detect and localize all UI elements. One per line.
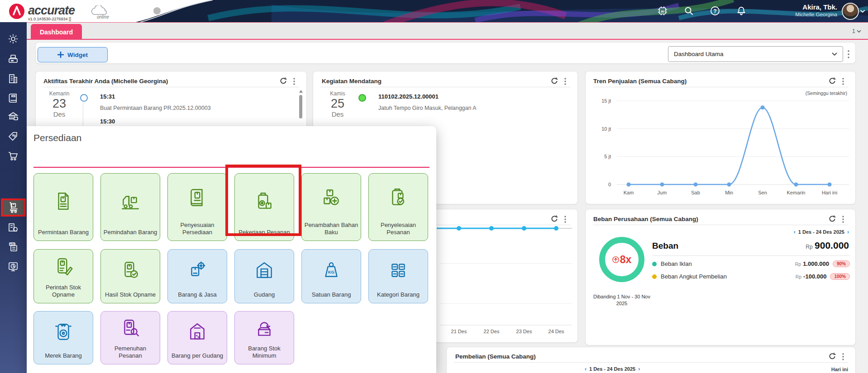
beban-total-value: Rp 900.000 xyxy=(806,240,849,251)
tile-penyelesaian-pesanan[interactable]: Penyelesaian Pesanan xyxy=(368,173,428,241)
ai-assistant-button[interactable]: AI xyxy=(657,5,668,16)
goods-per-warehouse-icon xyxy=(186,321,208,343)
svg-text:Jum: Jum xyxy=(658,190,667,195)
adjustment-book-icon xyxy=(186,187,208,208)
company-user-label[interactable]: Akira, Tbk. Michelle Georgina xyxy=(765,3,837,19)
activity-text[interactable]: Buat Permintaan Barang PR.2025.12.00003 xyxy=(100,105,211,111)
svg-text:15 jt: 15 jt xyxy=(601,98,611,104)
timeline-dot xyxy=(80,94,88,102)
dashboard-select[interactable]: Dashboard Utama xyxy=(668,46,843,62)
legend-badge: 100% xyxy=(830,273,850,280)
kebab-menu-icon[interactable] xyxy=(842,353,844,361)
user-menu-chevron-icon[interactable] xyxy=(860,9,865,14)
tab-dashboard[interactable]: Dashboard xyxy=(31,24,82,40)
tile-barang-stok-minimum[interactable]: Barang Stok Minimum xyxy=(234,311,294,364)
help-icon[interactable]: ? xyxy=(710,5,720,16)
search-icon[interactable] xyxy=(683,5,694,16)
change-multiplier: 8x xyxy=(620,254,632,266)
tab-page-indicator[interactable]: 1 xyxy=(852,28,861,34)
tile-label: Pemenuhan Pesanan xyxy=(101,345,160,359)
tile-barang-per-gudang[interactable]: Barang per Gudang xyxy=(167,311,227,364)
add-widget-button[interactable]: Widget xyxy=(38,47,108,62)
tile-barang-dan-jasa[interactable]: Barang & Jasa xyxy=(167,249,227,303)
tile-label: Barang Stok Minimum xyxy=(235,345,294,359)
beban-donut: 8x xyxy=(599,237,644,282)
sidebar-item-tax[interactable]: TAX xyxy=(7,241,19,253)
svg-text:TAX: TAX xyxy=(10,243,14,246)
sidebar-item-purchases[interactable] xyxy=(7,150,19,162)
application-window: accurate online v1.0.1#3530-2276934 [] A… xyxy=(0,0,868,373)
svg-text:Min: Min xyxy=(725,190,733,195)
minimum-stock-box-icon xyxy=(253,317,275,339)
refresh-icon[interactable] xyxy=(828,215,836,223)
period-selector[interactable]: ‹ 1 Des - 24 Des 2025 › xyxy=(794,229,849,235)
beban-separator xyxy=(652,255,850,256)
complete-order-clipboard-icon xyxy=(387,187,409,208)
tile-label: Pemindahan Barang xyxy=(102,229,159,236)
widget-pembelian: Pembelian (Semua Cabang) ‹ 1 Des - 24 De… xyxy=(446,347,856,373)
scrollbar-thumb[interactable] xyxy=(299,95,302,118)
sidebar-item-settings[interactable] xyxy=(7,33,19,45)
period-next-icon[interactable]: › xyxy=(847,229,849,235)
stocktake-result-icon xyxy=(119,260,141,281)
tile-merek-barang[interactable]: Merek Barang xyxy=(33,311,93,364)
kebab-menu-icon[interactable] xyxy=(564,77,567,85)
upcoming-code[interactable]: 110102.2025.12.00001 xyxy=(378,93,439,100)
period-next-icon[interactable]: › xyxy=(638,366,640,372)
period-prev-icon[interactable]: ‹ xyxy=(585,366,587,372)
tile-penyesuaian-persediaan[interactable]: Penyesuaian Persediaan xyxy=(167,173,227,241)
refresh-icon[interactable] xyxy=(279,77,287,85)
toolbar-kebab-icon[interactable] xyxy=(847,50,850,59)
activity-time: 15:31 xyxy=(100,93,115,100)
sidebar-item-bank[interactable] xyxy=(7,111,19,123)
activity-time-2: 15:30 xyxy=(100,118,115,125)
tile-pemindahan-barang[interactable]: Pemindahan Barang xyxy=(100,173,160,241)
sidebar-item-sales[interactable]: Rp xyxy=(7,131,19,142)
work-order-clipboard-icon xyxy=(253,190,275,212)
kebab-menu-icon[interactable] xyxy=(293,77,296,85)
scrollbar-up-icon[interactable] xyxy=(299,90,303,93)
tile-label: Satuan Barang xyxy=(310,291,353,298)
tab-bar: Dashboard 1 xyxy=(0,22,868,40)
sidebar-item-company[interactable] xyxy=(7,73,19,85)
tile-pekerjaan-pesanan[interactable]: Pekerjaan Pesanan xyxy=(234,173,294,241)
popup-title: Persediaan xyxy=(33,132,81,143)
tile-gudang[interactable]: Gudang xyxy=(234,249,294,303)
svg-text:Kemarin: Kemarin xyxy=(787,190,806,195)
sidebar-item-fixed-assets[interactable] xyxy=(7,222,19,233)
timeline-date: Kamis 25 Des xyxy=(318,90,358,118)
period-label: 1 Des - 24 Des 2025 xyxy=(798,229,844,235)
period-prev-icon[interactable]: ‹ xyxy=(794,229,796,235)
tile-kategori-barang[interactable]: Kategori Barang xyxy=(368,249,428,303)
sidebar-item-cash-register[interactable] xyxy=(7,53,19,65)
period-selector[interactable]: ‹ 1 Des - 24 Des 2025 › xyxy=(585,366,640,372)
tile-label: Merek Barang xyxy=(43,352,84,359)
tile-satuan-barang[interactable]: KG Satuan Barang xyxy=(301,249,361,303)
tile-pemenuhan-pesanan[interactable]: Pemenuhan Pesanan xyxy=(100,311,160,364)
sidebar-item-inventory-active[interactable] xyxy=(1,198,26,217)
sidebar-item-ledger[interactable] xyxy=(7,92,19,104)
tile-label: Pekerjaan Pesanan xyxy=(237,229,291,236)
tile-permintaan-barang[interactable]: Permintaan Barang xyxy=(33,173,93,241)
avatar[interactable] xyxy=(842,3,859,20)
refresh-icon[interactable] xyxy=(550,77,558,85)
kebab-menu-icon[interactable] xyxy=(842,215,844,223)
sidebar-nav: Rp TAX xyxy=(0,22,27,373)
order-fulfillment-search-icon xyxy=(119,317,141,339)
notifications-bell-icon[interactable] xyxy=(736,5,747,16)
tab-list-chevron-icon xyxy=(857,29,861,33)
persediaan-popup: Persediaan Permintaan Barang Pemindahan … xyxy=(27,126,436,373)
upcoming-text: Jatuh Tempo Giro Masuk, Pelanggan A xyxy=(378,105,477,111)
tile-penambahan-bahan-baku[interactable]: Penambahan Bahan Baku xyxy=(301,173,361,241)
svg-text:AI: AI xyxy=(661,9,664,14)
svg-text:Kam: Kam xyxy=(624,190,634,195)
tile-perintah-stok-opname[interactable]: Perintah Stok Opname xyxy=(33,249,93,303)
refresh-icon[interactable] xyxy=(828,352,836,360)
legend-row-beban-angkut: Beban Angkut Pembelian Rp -100.000 100% xyxy=(652,273,850,280)
tile-label: Penyesuaian Persediaan xyxy=(168,222,227,236)
legend-value: -100.000 xyxy=(803,273,826,280)
tile-hasil-stok-opname[interactable]: Hasil Stok Opname xyxy=(100,249,160,303)
compare-period: Dibanding 1 Nov - 30 Nov 2025 xyxy=(586,293,658,307)
svg-text:21 Des: 21 Des xyxy=(451,329,467,334)
sidebar-item-reports[interactable] xyxy=(7,261,19,273)
